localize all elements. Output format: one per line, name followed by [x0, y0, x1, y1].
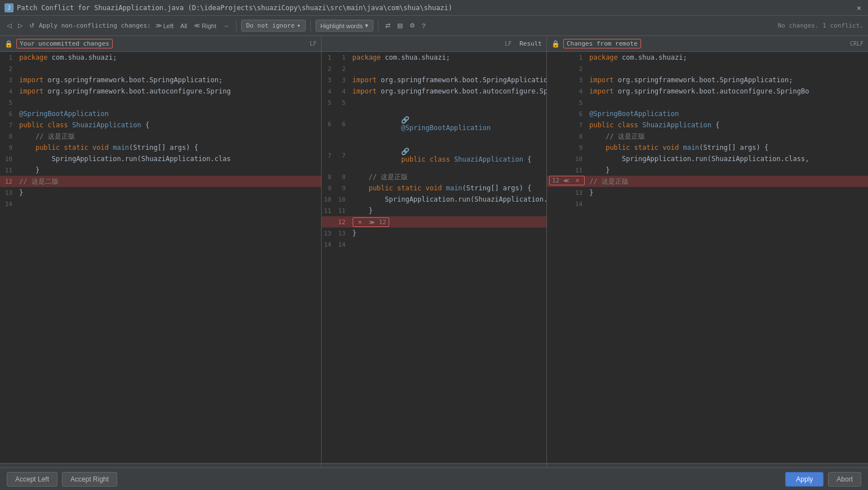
- table-row: 13}: [0, 187, 321, 198]
- center-result-label: Result: [519, 40, 542, 47]
- table-row: 6@SpringBootApplication: [547, 108, 868, 119]
- gear-icon[interactable]: ⚙: [407, 21, 417, 30]
- abort-button[interactable]: Abort: [828, 472, 861, 487]
- right-panel-title: Changes from remote: [563, 39, 641, 48]
- accept-right-to-result-button[interactable]: ≪: [561, 177, 571, 184]
- table-row: 9 public static void main(String[] args)…: [0, 142, 321, 153]
- separator-1: [236, 20, 237, 32]
- table-row: 1 1 package com.shua.shuazi;: [322, 52, 546, 63]
- center-panel-header: LF Result: [322, 36, 546, 52]
- table-row: 3import org.springframework.boot.SpringA…: [0, 74, 321, 86]
- toolbar: ◁ ▷ ↺ Apply non-conflicting changes: ≫ L…: [0, 16, 868, 36]
- left-panel-tag: LF: [310, 41, 317, 47]
- table-row: 8 // 这是正版: [547, 131, 868, 142]
- table-row: 2: [0, 63, 321, 74]
- separator-2: [310, 20, 311, 32]
- center-code-table: 1 1 package com.shua.shuazi; 2 2 3 3 imp…: [322, 52, 546, 250]
- table-row: 1package com.shua.shuazi;: [547, 52, 868, 63]
- close-button[interactable]: ×: [854, 3, 863, 12]
- table-row: 14: [547, 198, 868, 210]
- table-row: 1package com.shua.shuazi;: [0, 52, 321, 63]
- left-scrollbar[interactable]: [0, 463, 321, 467]
- center-panel: LF Result 1 1 package com.shua.shuazi; 2…: [322, 36, 547, 467]
- settings-icon[interactable]: ⇄: [383, 21, 393, 30]
- right-panel-tag: CRLF: [850, 41, 863, 47]
- redo-button[interactable]: ▷: [16, 21, 25, 30]
- reject-left-button[interactable]: ✕: [355, 219, 364, 226]
- apply-button[interactable]: Apply: [785, 472, 824, 487]
- left-panel-title: Your uncommitted changes: [16, 39, 113, 48]
- chevron-down-icon: ▾: [365, 22, 368, 29]
- table-row: 5 5: [322, 97, 546, 108]
- table-row: 2: [547, 63, 868, 74]
- table-row: 6 6 🔗 @SpringBootApplication: [322, 108, 546, 140]
- table-row: 4 4 import org.springframework.boot.auto…: [322, 86, 546, 97]
- accept-right-button[interactable]: Accept Right: [62, 472, 117, 487]
- table-row: 7public class ShuaziApplication {: [0, 119, 321, 131]
- apply-all-button[interactable]: All: [178, 21, 189, 30]
- table-row: 10 10 SpringApplication.run(ShuaziApplic…: [322, 194, 546, 205]
- right-panel-header: 🔒 Changes from remote CRLF: [547, 36, 868, 52]
- right-code-area[interactable]: 1package com.shua.shuazi; 2 3import org.…: [547, 52, 868, 463]
- table-row: 14: [0, 198, 321, 210]
- help-icon[interactable]: ?: [420, 21, 428, 30]
- table-row: 6@SpringBootApplication: [0, 108, 321, 119]
- app-icon: J: [5, 3, 14, 12]
- table-row: 13}: [547, 187, 868, 198]
- status-text: No changes. 1 conflict.: [778, 22, 863, 29]
- right-conflict-line-num: 12: [552, 177, 559, 184]
- panels-container: 🔒 Your uncommitted changes LF 1package c…: [0, 36, 868, 467]
- lock-icon-right: 🔒: [551, 40, 560, 48]
- table-row: 11 }: [547, 164, 868, 176]
- apply-left-button[interactable]: ≫ Left: [153, 21, 176, 30]
- left-panel-header: 🔒 Your uncommitted changes LF: [0, 36, 321, 52]
- right-code-table: 1package com.shua.shuazi; 2 3import org.…: [547, 52, 868, 210]
- table-row: 14 14: [322, 239, 546, 250]
- table-row: 7 7 🔗 public class ShuaziApplication {: [322, 140, 546, 171]
- center-code-area[interactable]: 1 1 package com.shua.shuazi; 2 2 3 3 imp…: [322, 52, 546, 463]
- table-row: 13 13 }: [322, 228, 546, 239]
- left-code-area[interactable]: 1package com.shua.shuazi; 2 3import org.…: [0, 52, 321, 463]
- conflict-line-num: 12: [379, 219, 386, 226]
- table-row: 3import org.springframework.boot.SpringA…: [547, 74, 868, 86]
- accept-left-to-result-button[interactable]: ≫: [367, 219, 377, 226]
- highlight-words-button[interactable]: Highlight words ▾: [315, 20, 373, 32]
- title-bar-text: Patch Conflict for ShuaziApplication.jav…: [17, 4, 452, 12]
- table-row: 3 3 import org.springframework.boot.Spri…: [322, 74, 546, 86]
- table-row: 10 SpringApplication.run(ShuaziApplicati…: [547, 153, 868, 164]
- table-row: 4import org.springframework.boot.autocon…: [0, 86, 321, 97]
- table-row: 11 11 }: [322, 205, 546, 216]
- left-panel: 🔒 Your uncommitted changes LF 1package c…: [0, 36, 322, 467]
- refresh-button[interactable]: ↺: [27, 21, 37, 30]
- right-panel: 🔒 Changes from remote CRLF 1package com.…: [547, 36, 868, 467]
- columns-icon[interactable]: ▤: [395, 21, 405, 30]
- table-row: 2 2: [322, 63, 546, 74]
- next-conflict-button[interactable]: →: [221, 21, 232, 30]
- conflict-action-row: 12 ✕ ≫ 12: [322, 216, 546, 228]
- table-row: 5: [547, 97, 868, 108]
- left-code-table: 1package com.shua.shuazi; 2 3import org.…: [0, 52, 321, 210]
- title-bar: J Patch Conflict for ShuaziApplication.j…: [0, 0, 868, 16]
- center-scrollbar[interactable]: [322, 463, 546, 467]
- table-row: 9 public static void main(String[] args)…: [547, 142, 868, 153]
- table-row: 11 }: [0, 164, 321, 176]
- table-row: 5: [0, 97, 321, 108]
- table-row-conflict: 12// 这是二版: [0, 176, 321, 187]
- table-row: 10 SpringApplication.run(ShuaziApplicati…: [0, 153, 321, 164]
- table-row: 9 9 public static void main(String[] arg…: [322, 182, 546, 194]
- table-row: 8 // 这是正版: [0, 131, 321, 142]
- undo-button[interactable]: ◁: [5, 21, 14, 30]
- apply-right-button[interactable]: ≪ Right: [192, 21, 219, 30]
- table-row: 8 8 // 这是正版: [322, 171, 546, 182]
- table-row: 7public class ShuaziApplication {: [547, 119, 868, 131]
- center-lf-tag: LF: [505, 41, 511, 47]
- apply-non-conflicting-label: Apply non-conflicting changes:: [39, 22, 151, 29]
- bottom-bar: Accept Left Accept Right Apply Abort: [0, 467, 868, 490]
- right-scrollbar[interactable]: [547, 463, 868, 467]
- reject-right-button[interactable]: ✕: [573, 177, 582, 184]
- table-row-conflict-right: 12 ≪ ✕ // 这是正版: [547, 176, 868, 187]
- ignore-dropdown[interactable]: Do not ignore ▾: [241, 20, 306, 32]
- lock-icon: 🔒: [5, 40, 13, 48]
- accept-left-button[interactable]: Accept Left: [7, 472, 57, 487]
- separator-3: [378, 20, 379, 32]
